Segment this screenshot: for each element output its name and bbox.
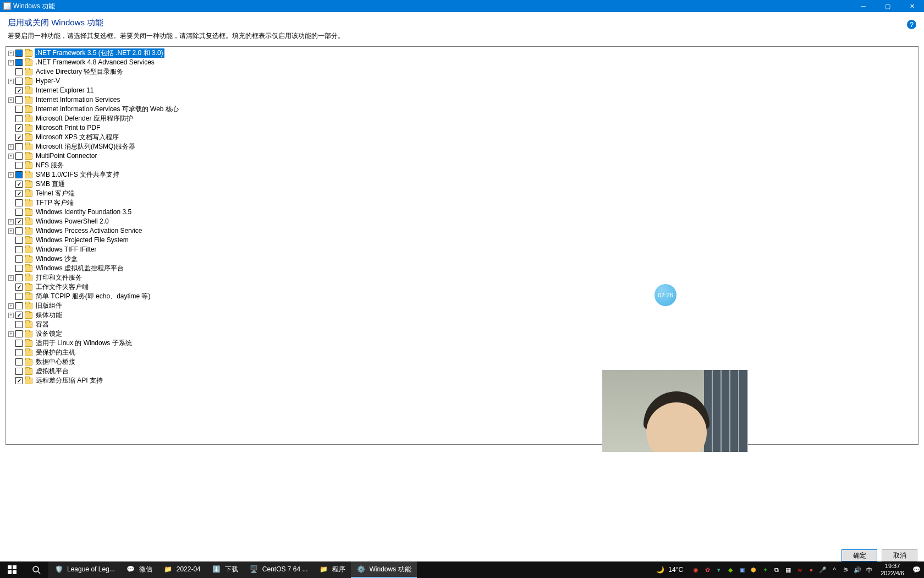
expander-icon[interactable]: + (8, 60, 14, 66)
feature-checkbox[interactable] (15, 377, 23, 384)
feature-checkbox[interactable] (15, 237, 23, 244)
minimize-button[interactable]: ─ (851, 0, 876, 12)
feature-row[interactable]: Telnet 客户端 (6, 189, 918, 198)
feature-label[interactable]: MultiPoint Connector (35, 151, 98, 161)
taskbar-item[interactable]: ⬇️下载 (206, 561, 244, 578)
feature-checkbox[interactable] (15, 59, 23, 66)
feature-label[interactable]: TFTP 客户端 (35, 198, 75, 208)
feature-row[interactable]: 工作文件夹客户端 (6, 282, 918, 292)
feature-label[interactable]: 工作文件夹客户端 (35, 282, 90, 292)
tray-icon[interactable]: ✿ (703, 566, 711, 574)
feature-label[interactable]: 数据中心桥接 (35, 357, 76, 367)
feature-checkbox[interactable] (15, 87, 23, 94)
feature-checkbox[interactable] (15, 330, 23, 337)
expander-icon[interactable]: + (8, 313, 14, 318)
feature-checkbox[interactable] (15, 312, 23, 319)
feature-checkbox[interactable] (15, 340, 23, 347)
taskbar-item[interactable]: 📁程序 (314, 561, 351, 578)
feature-checkbox[interactable] (15, 218, 23, 225)
feature-label[interactable]: 受保护的主机 (35, 348, 76, 357)
feature-checkbox[interactable] (15, 302, 23, 309)
feature-row[interactable]: Windows 虚拟机监控程序平台 (6, 264, 918, 273)
feature-label[interactable]: Hyper-V (35, 77, 61, 86)
feature-label[interactable]: SMB 1.0/CIFS 文件共享支持 (35, 170, 120, 179)
feature-label[interactable]: .NET Framework 3.5 (包括 .NET 2.0 和 3.0) (35, 48, 164, 58)
expander-icon[interactable]: + (8, 275, 14, 281)
feature-row[interactable]: Windows 沙盒 (6, 254, 918, 264)
expander-icon[interactable]: + (8, 79, 14, 84)
feature-checkbox[interactable] (15, 199, 23, 206)
feature-label[interactable]: Microsoft Print to PDF (35, 123, 101, 133)
volume-icon[interactable]: 🔊 (854, 566, 861, 574)
expander-icon[interactable]: + (8, 331, 14, 337)
feature-row[interactable]: TFTP 客户端 (6, 198, 918, 208)
feature-row[interactable]: Microsoft XPS 文档写入程序 (6, 133, 918, 142)
taskbar-item[interactable]: 📁2022-04 (158, 561, 206, 578)
wechat-tray-icon[interactable]: ✦ (761, 566, 769, 574)
features-tree[interactable]: +.NET Framework 3.5 (包括 .NET 2.0 和 3.0)+… (6, 46, 919, 445)
tray-icon[interactable]: w (796, 566, 804, 574)
feature-row[interactable]: +设备锁定 (6, 329, 918, 339)
feature-checkbox[interactable] (15, 349, 23, 356)
feature-checkbox[interactable] (15, 190, 23, 197)
ok-button[interactable]: 确定 (842, 549, 877, 561)
mic-icon[interactable]: 🎤 (819, 566, 827, 574)
feature-label[interactable]: Telnet 客户端 (35, 189, 76, 198)
feature-label[interactable]: Internet Information Services 可承载的 Web 核… (35, 105, 180, 114)
feature-checkbox[interactable] (15, 181, 23, 188)
taskbar-item[interactable]: 💬微信 (120, 561, 158, 578)
feature-label[interactable]: 旧版组件 (35, 301, 63, 310)
feature-checkbox[interactable] (15, 106, 23, 113)
feature-row[interactable]: +.NET Framework 4.8 Advanced Services (6, 58, 918, 67)
feature-row[interactable]: 适用于 Linux 的 Windows 子系统 (6, 339, 918, 348)
expander-icon[interactable]: + (8, 154, 14, 159)
feature-row[interactable]: Windows TIFF IFilter (6, 245, 918, 254)
feature-row[interactable]: +Internet Information Services (6, 95, 918, 105)
feature-label[interactable]: Microsoft XPS 文档写入程序 (35, 133, 120, 142)
tray-icon[interactable]: ▦ (784, 566, 792, 574)
feature-checkbox[interactable] (15, 50, 23, 57)
feature-checkbox[interactable] (15, 227, 23, 235)
tray-icon[interactable]: ▣ (738, 566, 746, 574)
feature-row[interactable]: +Windows Process Activation Service (6, 226, 918, 236)
feature-checkbox[interactable] (15, 134, 23, 141)
feature-label[interactable]: .NET Framework 4.8 Advanced Services (35, 58, 156, 67)
expander-icon[interactable]: + (8, 97, 14, 103)
feature-label[interactable]: Windows 虚拟机监控程序平台 (35, 264, 125, 273)
feature-label[interactable]: 远程差分压缩 API 支持 (35, 376, 104, 385)
feature-row[interactable]: +.NET Framework 3.5 (包括 .NET 2.0 和 3.0) (6, 48, 918, 58)
feature-row[interactable]: Microsoft Defender 应用程序防护 (6, 114, 918, 123)
feature-checkbox[interactable] (15, 283, 23, 291)
feature-row[interactable]: +Windows PowerShell 2.0 (6, 217, 918, 226)
ime-indicator[interactable]: 中 (865, 566, 873, 574)
tray-icon[interactable]: ● (807, 566, 815, 574)
recording-timer[interactable]: 02:26 (654, 284, 676, 306)
feature-checkbox[interactable] (15, 162, 23, 169)
feature-row[interactable]: Active Directory 轻型目录服务 (6, 67, 918, 77)
feature-label[interactable]: Microsoft 消息队列(MSMQ)服务器 (35, 142, 136, 151)
feature-label[interactable]: 适用于 Linux 的 Windows 子系统 (35, 339, 133, 348)
feature-label[interactable]: Microsoft Defender 应用程序防护 (35, 114, 134, 123)
clock[interactable]: 19:37 2022/4/6 (876, 563, 909, 577)
feature-label[interactable]: Windows TIFF IFilter (35, 245, 97, 254)
expander-icon[interactable]: + (8, 219, 14, 225)
feature-row[interactable]: +Hyper-V (6, 77, 918, 86)
feature-row[interactable]: Microsoft Print to PDF (6, 123, 918, 133)
feature-row[interactable]: SMB 直通 (6, 179, 918, 189)
feature-checkbox[interactable] (15, 265, 23, 272)
feature-label[interactable]: 打印和文件服务 (35, 273, 83, 282)
feature-checkbox[interactable] (15, 321, 23, 328)
feature-row[interactable]: NFS 服务 (6, 161, 918, 170)
feature-row[interactable]: Windows Projected File System (6, 236, 918, 245)
feature-label[interactable]: 媒体功能 (35, 310, 63, 320)
feature-row[interactable]: +打印和文件服务 (6, 273, 918, 282)
system-tray[interactable]: ◉ ✿ ▾ ◆ ▣ ⬢ ✦ ⧉ ▦ w ● 🎤 ^ ⚞ 🔊 中 (689, 566, 876, 574)
feature-row[interactable]: +媒体功能 (6, 310, 918, 320)
feature-label[interactable]: Windows Identity Foundation 3.5 (35, 208, 133, 217)
feature-row[interactable]: 简单 TCPIP 服务(即 echo、daytime 等) (6, 292, 918, 301)
feature-label[interactable]: Windows 沙盒 (35, 254, 79, 264)
feature-row[interactable]: 容器 (6, 320, 918, 329)
wifi-icon[interactable]: ⚞ (842, 566, 850, 574)
feature-label[interactable]: Internet Explorer 11 (35, 86, 95, 95)
feature-row[interactable]: 受保护的主机 (6, 348, 918, 357)
